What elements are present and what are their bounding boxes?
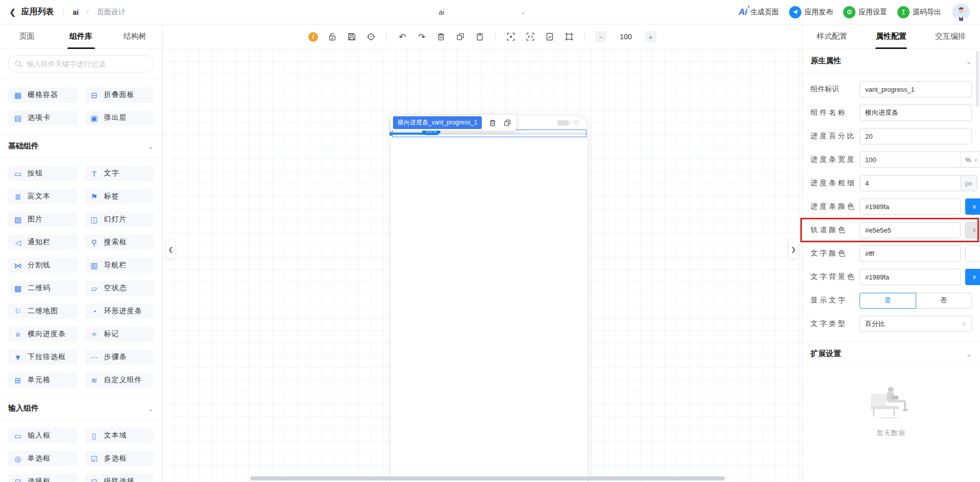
component-item-选择框[interactable]: ⊡选择框 bbox=[8, 474, 78, 482]
component-item-栅格容器[interactable]: ▦栅格容器 bbox=[8, 87, 78, 103]
show-text-option-是[interactable]: 是 bbox=[860, 293, 916, 309]
info-icon[interactable]: i bbox=[308, 32, 318, 42]
collapse-left-panel-handle[interactable]: ❮ bbox=[166, 240, 175, 259]
right-tab-样式配置[interactable]: 样式配置 bbox=[802, 24, 862, 48]
unlock-icon[interactable] bbox=[327, 32, 337, 42]
app-settings-button[interactable]: ⚙应用设置 bbox=[843, 6, 887, 18]
preview-scan-icon[interactable] bbox=[506, 32, 516, 42]
bar-color-input[interactable] bbox=[860, 198, 961, 215]
text-bg-color-input[interactable] bbox=[860, 269, 961, 285]
group-header-输入组件[interactable]: 输入组件⌄ bbox=[0, 397, 162, 420]
comp-id-input[interactable] bbox=[860, 81, 972, 97]
component-item-环形进度条[interactable]: ◔环形进度条 bbox=[85, 303, 154, 319]
text-color-swatch[interactable] bbox=[965, 245, 980, 262]
component-item-多选框[interactable]: ☑多选框 bbox=[85, 451, 154, 466]
component-grid: ▭按钮T文字≣富文本⚑标签▨图片◫幻灯片◁通知栏⚲搜索框⋈分割线▥导航栏▩二维码… bbox=[0, 158, 162, 396]
component-item-富文本[interactable]: ≣富文本 bbox=[8, 189, 78, 204]
percent-input[interactable] bbox=[860, 128, 972, 144]
target-icon[interactable] bbox=[366, 32, 376, 42]
track-color-input[interactable] bbox=[860, 222, 961, 238]
component-item-标记[interactable]: ✧标记 bbox=[85, 326, 154, 342]
breadcrumb-app[interactable]: ai bbox=[72, 8, 79, 16]
left-tab-结构树[interactable]: 结构树 bbox=[108, 24, 162, 48]
search-row bbox=[0, 49, 162, 79]
component-item-级联选择[interactable]: ⊟级联选择 bbox=[85, 474, 154, 482]
component-item-图片[interactable]: ▨图片 bbox=[8, 212, 78, 227]
component-item-文本域[interactable]: ▯文本域 bbox=[85, 428, 154, 443]
component-item-自定义组件[interactable]: ≋自定义组件 bbox=[85, 372, 154, 388]
copy-icon[interactable] bbox=[455, 32, 465, 42]
app-publish-button[interactable]: 应用发布 bbox=[789, 6, 833, 18]
selection-handle[interactable] bbox=[389, 132, 392, 136]
component-icon: ≋ bbox=[90, 376, 99, 384]
component-item-输入框[interactable]: ▭输入框 bbox=[8, 428, 78, 443]
component-item-折叠面板[interactable]: ⊟折叠面板 bbox=[85, 87, 154, 103]
show-text-option-否[interactable]: 否 bbox=[916, 293, 972, 309]
delete-icon[interactable] bbox=[436, 32, 446, 42]
bar-color-swatch[interactable]: ∨ bbox=[965, 198, 980, 215]
left-tab-组件库[interactable]: 组件库 bbox=[54, 24, 108, 48]
component-item-二维地图[interactable]: ⚐二维地图 bbox=[8, 303, 78, 319]
component-item-分割线[interactable]: ⋈分割线 bbox=[8, 258, 78, 273]
component-item-幻灯片[interactable]: ◫幻灯片 bbox=[85, 212, 154, 227]
frame-icon[interactable] bbox=[564, 32, 574, 42]
code-scan-icon[interactable] bbox=[525, 32, 535, 42]
right-tab-属性配置[interactable]: 属性配置 bbox=[862, 24, 921, 48]
left-tab-页面[interactable]: 页面 bbox=[0, 24, 54, 48]
text-type-select[interactable]: 百分比 ∨ bbox=[860, 316, 972, 332]
collapse-right-panel-handle[interactable]: ❯ bbox=[789, 240, 798, 259]
horizontal-scrollbar[interactable] bbox=[250, 476, 725, 480]
canvas-grid[interactable]: 20% 横向进度条_vant_progress_1 ❮ ❯ bbox=[162, 49, 802, 482]
component-item-标签[interactable]: ⚑标签 bbox=[85, 189, 154, 204]
avatar[interactable] bbox=[952, 4, 970, 21]
zoom-value: 100 bbox=[620, 33, 631, 41]
component-item-通知栏[interactable]: ◁通知栏 bbox=[8, 235, 78, 250]
search-input[interactable] bbox=[27, 60, 147, 68]
copy-component-icon[interactable] bbox=[503, 118, 511, 127]
source-export-button[interactable]: ↥源码导出 bbox=[897, 6, 941, 18]
component-item-步骤条[interactable]: ⋯步骤条 bbox=[85, 349, 154, 365]
doc-check-icon[interactable] bbox=[545, 32, 555, 42]
track-color-swatch[interactable]: ∨ bbox=[965, 222, 980, 238]
paste-icon[interactable] bbox=[475, 32, 485, 42]
right-panel-tabs: 样式配置属性配置交互编排 bbox=[802, 24, 980, 49]
component-item-弹出层[interactable]: ▣弹出层 bbox=[85, 110, 154, 125]
ai-generate-button[interactable]: Ai✦生成页面 bbox=[739, 7, 779, 17]
component-item-下拉筛选框[interactable]: ▼下拉筛选框 bbox=[8, 349, 78, 365]
group-header-基础组件[interactable]: 基础组件⌄ bbox=[0, 135, 162, 158]
save-icon[interactable] bbox=[347, 32, 357, 42]
bar-width-unit[interactable]: %∨ bbox=[960, 152, 980, 167]
progress-bar-component[interactable]: 20% bbox=[392, 130, 586, 137]
component-item-横向进度条[interactable]: ≡横向进度条 bbox=[8, 326, 78, 342]
component-item-单元格[interactable]: ⊞单元格 bbox=[8, 372, 78, 388]
component-item-按钮[interactable]: ▭按钮 bbox=[8, 166, 78, 181]
zoom-in-button[interactable]: + bbox=[645, 31, 656, 42]
bar-thickness-input[interactable] bbox=[860, 175, 960, 191]
zoom-out-button[interactable]: − bbox=[595, 31, 606, 42]
component-item-单选框[interactable]: ◎单选框 bbox=[8, 451, 78, 466]
text-color-input[interactable] bbox=[860, 245, 961, 262]
section-native-properties[interactable]: 原生属性 ⌄ bbox=[802, 49, 980, 73]
vertical-scrollbar[interactable] bbox=[976, 51, 979, 107]
property-row-text-bg-color: 文 字 背 景 色∨ bbox=[811, 269, 972, 285]
component-search[interactable] bbox=[8, 55, 154, 72]
comp-name-input[interactable] bbox=[860, 105, 972, 121]
right-tab-交互编排[interactable]: 交互编排 bbox=[921, 24, 980, 48]
component-item-搜索框[interactable]: ⚲搜索框 bbox=[85, 235, 154, 250]
delete-component-icon[interactable] bbox=[488, 118, 497, 127]
component-item-选项卡[interactable]: ▤选项卡 bbox=[8, 110, 78, 125]
back-icon[interactable]: ❮ bbox=[9, 7, 16, 17]
redo-icon[interactable]: ↷ bbox=[416, 32, 427, 42]
page-select[interactable]: ai ⌄ bbox=[357, 0, 526, 24]
component-item-文字[interactable]: T文字 bbox=[85, 166, 154, 181]
divider bbox=[63, 8, 63, 16]
bar-width-input[interactable] bbox=[860, 152, 960, 167]
component-item-空状态[interactable]: ▱空状态 bbox=[85, 281, 154, 296]
back-label[interactable]: 应用列表 bbox=[21, 7, 54, 17]
selected-component-label[interactable]: 横向进度条_vant_progress_1 bbox=[393, 116, 482, 129]
undo-icon[interactable]: ↶ bbox=[397, 32, 407, 42]
text-bg-color-swatch[interactable]: ∨ bbox=[965, 269, 980, 285]
component-item-二维码[interactable]: ▩二维码 bbox=[8, 281, 78, 296]
section-extend-settings[interactable]: 扩展设置 ⌄ bbox=[802, 341, 980, 366]
component-item-导航栏[interactable]: ▥导航栏 bbox=[85, 258, 154, 273]
